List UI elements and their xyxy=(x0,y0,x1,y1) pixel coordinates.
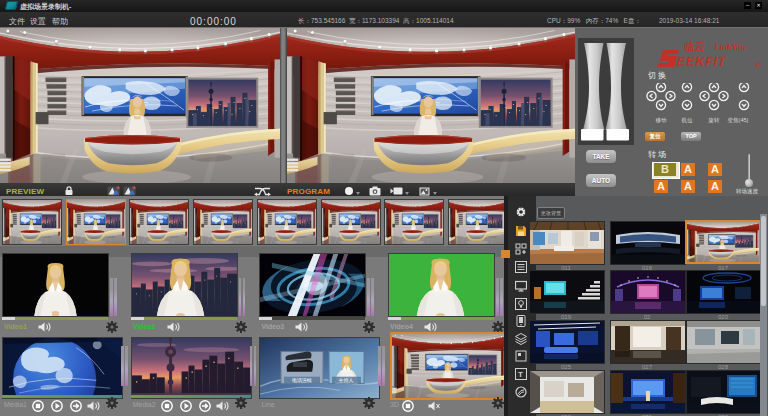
svg-text:EEKFIT: EEKFIT xyxy=(676,55,728,69)
svg-text:临云: 临云 xyxy=(684,40,707,52)
svg-text:T: T xyxy=(518,370,523,379)
svg-text:LinkYou: LinkYou xyxy=(713,42,746,52)
svg-text:R: R xyxy=(756,63,759,68)
